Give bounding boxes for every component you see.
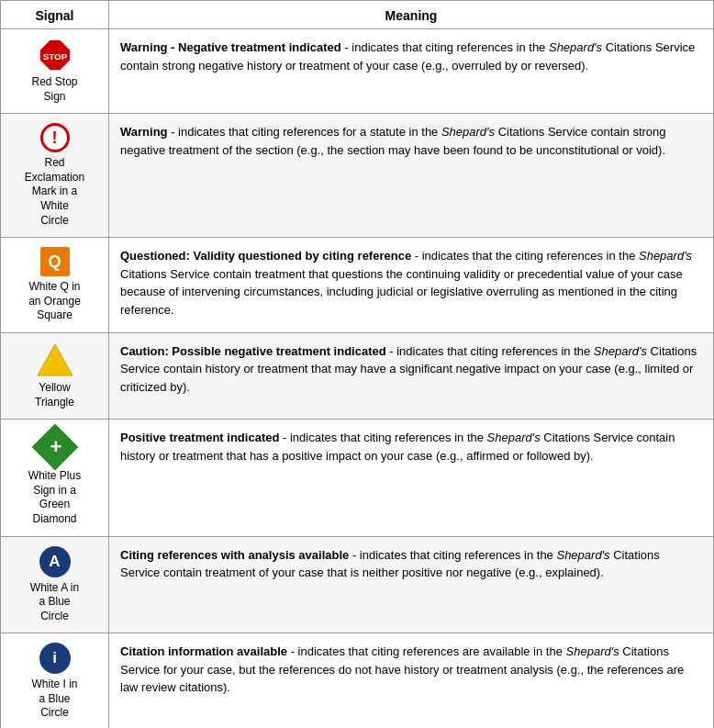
blue-circle-a-icon: A: [39, 546, 71, 577]
signal-label: RedExclamationMark in aWhiteCircle: [25, 156, 84, 228]
exclamation-circle-icon: !: [40, 123, 70, 152]
table-row: ! RedExclamationMark in aWhiteCircle War…: [1, 114, 714, 238]
meaning-cell: Questioned: Validity questioned by citin…: [109, 238, 714, 333]
signal-label: White PlusSign in aGreenDiamond: [28, 469, 81, 526]
signal-cell: STOP Red StopSign: [1, 29, 109, 114]
signal-label: White Q inan OrangeSquare: [28, 280, 81, 323]
icon-container: ! RedExclamationMark in aWhiteCircle: [5, 123, 105, 228]
signal-label: YellowTriangle: [35, 381, 74, 409]
table-row: A White A ina BlueCircle Citing referenc…: [1, 536, 714, 633]
meaning-cell: Caution: Possible negative treatment ind…: [109, 332, 714, 419]
svg-text:STOP: STOP: [42, 51, 67, 62]
table-row: i White I ina BlueCircle Citation inform…: [1, 633, 714, 728]
meaning-bold: Questioned: Validity questioned by citin…: [120, 249, 411, 263]
meaning-bold: Caution: Possible negative treatment ind…: [120, 344, 386, 358]
signal-label: Red StopSign: [31, 75, 77, 104]
meaning-bold: Warning: [120, 125, 168, 139]
meaning-bold: Warning - Negative treatment indicated: [120, 40, 341, 54]
meaning-cell: Warning - Negative treatment indicated -…: [109, 29, 714, 114]
svg-marker-2: [38, 344, 73, 375]
icon-container: + White PlusSign in aGreenDiamond: [5, 429, 105, 526]
col-header-signal: Signal: [1, 1, 109, 29]
icon-container: A White A ina BlueCircle: [5, 546, 105, 624]
meaning-bold: Citation information available: [120, 644, 287, 658]
meaning-cell: Warning - indicates that citing referenc…: [109, 114, 714, 238]
green-diamond-icon: +: [37, 429, 73, 465]
col-header-meaning: Meaning: [109, 1, 714, 29]
icon-container: YellowTriangle: [5, 342, 105, 409]
q-square-icon: Q: [40, 247, 70, 276]
table-row: Q White Q inan OrangeSquare Questioned: …: [1, 238, 714, 333]
icon-container: STOP Red StopSign: [5, 39, 105, 104]
meaning-bold: Positive treatment indicated: [120, 431, 279, 444]
signal-cell: A White A ina BlueCircle: [1, 536, 109, 633]
signals-table: Signal Meaning STOP Red StopSign Warning…: [0, 0, 714, 728]
signal-label: White I ina BlueCircle: [31, 678, 77, 721]
table-row: YellowTriangle Caution: Possible negativ…: [1, 332, 714, 419]
table-row: STOP Red StopSign Warning - Negative tre…: [1, 29, 714, 114]
signal-cell: ! RedExclamationMark in aWhiteCircle: [1, 114, 109, 238]
meaning-cell: Positive treatment indicated - indicates…: [109, 420, 714, 536]
icon-container: Q White Q inan OrangeSquare: [5, 247, 105, 323]
signal-cell: Q White Q inan OrangeSquare: [1, 238, 109, 333]
signal-cell: i White I ina BlueCircle: [1, 633, 109, 728]
blue-circle-i-icon: i: [39, 643, 71, 674]
signal-label: White A ina BlueCircle: [30, 581, 79, 624]
table-row: + White PlusSign in aGreenDiamond Positi…: [1, 420, 714, 536]
meaning-bold: Citing references with analysis availabl…: [120, 548, 349, 562]
meaning-text: - indicates that citing references for a…: [120, 125, 666, 157]
signal-cell: YellowTriangle: [1, 332, 109, 419]
signal-cell: + White PlusSign in aGreenDiamond: [1, 420, 109, 536]
icon-container: i White I ina BlueCircle: [5, 643, 105, 721]
yellow-triangle-icon: [36, 342, 74, 377]
meaning-cell: Citing references with analysis availabl…: [109, 536, 714, 633]
meaning-cell: Citation information available - indicat…: [109, 633, 714, 728]
